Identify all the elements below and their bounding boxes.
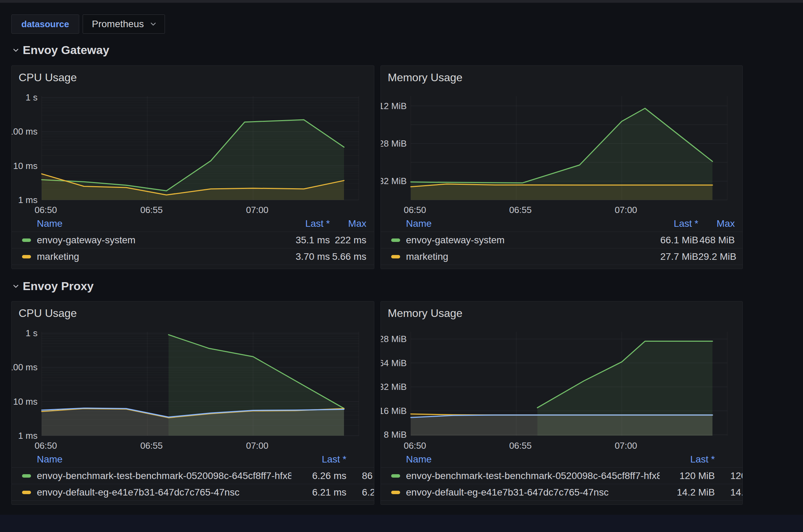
legend-header-max[interactable]: Max	[698, 218, 742, 229]
legend-header-last[interactable]: Last *	[291, 454, 346, 465]
legend-header-name[interactable]: Name	[12, 218, 275, 229]
svg-text:1 s: 1 s	[25, 328, 38, 338]
timeseries-chart[interactable]: 128 MiB64 MiB32 MiB16 MiB8 MiB06:5006:55…	[381, 301, 743, 453]
legend-last-value: 6.21 ms	[291, 487, 346, 498]
legend-row: envoy-default-eg-e41e7b31-647dc7c765-47n…	[381, 484, 743, 500]
svg-text:06:55: 06:55	[140, 440, 163, 451]
legend-series-name[interactable]: envoy-default-eg-e41e7b31-647dc7c765-47n…	[37, 487, 239, 498]
panel-memory-usage-envoy-proxy: Memory Usage 128 MiB64 MiB32 MiB16 MiB8 …	[380, 301, 743, 505]
row-title: Envoy Gateway	[23, 43, 109, 57]
svg-text:64 MiB: 64 MiB	[381, 358, 407, 368]
series-color-swatch	[391, 238, 400, 242]
svg-text:128 MiB: 128 MiB	[381, 138, 407, 149]
svg-text:1 ms: 1 ms	[18, 195, 38, 205]
row-header-envoy-gateway[interactable]: Envoy Gateway	[12, 43, 109, 57]
datasource-picker[interactable]: Prometheus	[83, 14, 165, 34]
legend-row: envoy-benchmark-test-benchmark-0520098c-…	[381, 468, 743, 484]
legend-series-name[interactable]: marketing	[406, 251, 448, 262]
legend-max-value: 468 MiB	[698, 235, 742, 246]
svg-text:06:55: 06:55	[509, 205, 532, 215]
svg-text:1 s: 1 s	[25, 92, 38, 103]
svg-text:06:50: 06:50	[404, 205, 426, 215]
legend-max-value: 5.66 ms	[330, 251, 374, 262]
svg-text:32 MiB: 32 MiB	[381, 176, 407, 186]
svg-text:06:50: 06:50	[404, 440, 426, 451]
legend-header: Name Last *	[12, 451, 374, 468]
legend-last-value: 66.1 MiB	[643, 235, 698, 246]
legend-row: envoy-benchmark-test-benchmark-0520098c-…	[12, 468, 374, 484]
series-color-swatch	[22, 255, 31, 258]
row-header-envoy-proxy[interactable]: Envoy Proxy	[12, 279, 94, 293]
legend-max-value: 6.3	[346, 503, 374, 505]
legend-row: envoy-gateway-system 35.1 ms 222 ms	[12, 232, 374, 248]
legend-header-name[interactable]: Name	[381, 218, 643, 229]
legend-row: envoy-gateway-system 66.1 MiB 468 MiB	[381, 232, 742, 248]
legend-last-value: 14.2 MiB	[660, 487, 715, 498]
legend-row: envoy-marketing-eg-297f0cac-b8cd97d76-f2…	[381, 500, 743, 505]
legend-header-last[interactable]: Last *	[275, 218, 330, 229]
legend-header-name[interactable]: Name	[12, 454, 291, 465]
svg-text:100 ms: 100 ms	[12, 126, 38, 137]
legend-max-value: 86	[346, 470, 374, 481]
svg-text:32 MiB: 32 MiB	[381, 382, 407, 392]
chevron-down-icon	[149, 20, 157, 28]
legend-header-last[interactable]: Last *	[660, 454, 715, 465]
svg-text:128 MiB: 128 MiB	[381, 334, 407, 344]
legend-header-name[interactable]: Name	[381, 454, 660, 465]
svg-text:07:00: 07:00	[615, 440, 637, 451]
svg-text:06:50: 06:50	[34, 205, 57, 215]
series-color-swatch	[391, 491, 400, 494]
legend-series-name[interactable]: marketing	[37, 251, 79, 262]
legend-max-value: 6.2	[346, 487, 374, 498]
timeseries-chart[interactable]: 512 MiB128 MiB32 MiB06:5006:5507:00	[381, 66, 743, 217]
legend-last-value: 3.70 ms	[275, 251, 330, 262]
legend-max-value: 14.2	[715, 503, 743, 505]
legend-max-value: 120	[715, 470, 743, 481]
legend-last-value: 35.1 ms	[275, 235, 330, 246]
grafana-dashboard: datasource Prometheus Envoy Gateway CPU …	[0, 0, 803, 532]
series-color-swatch	[22, 491, 31, 494]
svg-text:1 ms: 1 ms	[18, 430, 38, 441]
chevron-down-icon	[12, 47, 19, 54]
legend-row: marketing 3.70 ms 5.66 ms	[12, 248, 374, 265]
legend-series-name[interactable]: envoy-marketing-eg-297f0cac-b8cd97d76-f2…	[406, 503, 614, 505]
legend-max-value: 29.2 MiB	[698, 251, 742, 262]
legend-series-name[interactable]: envoy-marketing-eg-297f0cac-b8cd97d76-f2…	[37, 503, 245, 505]
legend-last-value: 14.2 MiB	[660, 503, 715, 505]
chevron-down-icon	[12, 283, 19, 290]
svg-text:07:00: 07:00	[615, 205, 637, 215]
legend-series-name[interactable]: envoy-benchmark-test-benchmark-0520098c-…	[37, 470, 291, 481]
series-color-swatch	[391, 255, 400, 258]
timeseries-chart[interactable]: 1 s100 ms10 ms1 ms06:5006:5507:00	[12, 301, 374, 453]
panel-cpu-usage-envoy-proxy: CPU Usage 1 s100 ms10 ms1 ms06:5006:5507…	[11, 301, 374, 505]
datasource-picker-value: Prometheus	[92, 19, 144, 30]
series-color-swatch	[22, 238, 31, 242]
legend-series-name[interactable]: envoy-gateway-system	[406, 235, 504, 246]
legend-header: Name Last * Max	[12, 216, 374, 232]
row-title: Envoy Proxy	[23, 279, 94, 293]
svg-text:10 ms: 10 ms	[13, 161, 38, 171]
legend-series-name[interactable]: envoy-default-eg-e41e7b31-647dc7c765-47n…	[406, 487, 608, 498]
timeseries-chart[interactable]: 1 s100 ms10 ms1 ms06:5006:5507:00	[12, 66, 374, 217]
legend-series-name[interactable]: envoy-gateway-system	[37, 235, 135, 246]
dashboard-variables-bar: datasource Prometheus	[11, 14, 165, 34]
legend-header-max[interactable]: Max	[330, 218, 374, 229]
legend-header: Name Last *	[381, 451, 743, 468]
legend-last-value: 5.84 ms	[291, 503, 346, 505]
panel-memory-usage-envoy-gateway: Memory Usage 512 MiB128 MiB32 MiB06:5006…	[380, 65, 743, 269]
legend-header: Name Last * Max	[381, 216, 742, 232]
svg-text:100 ms: 100 ms	[12, 362, 38, 372]
legend-row: marketing 27.7 MiB 29.2 MiB	[381, 248, 742, 265]
legend-max-value: 14.2	[715, 487, 743, 498]
legend-row: envoy-marketing-eg-297f0cac-b8cd97d76-f2…	[12, 500, 374, 505]
svg-text:06:50: 06:50	[34, 440, 57, 451]
legend: Name Last * envoy-benchmark-test-benchma…	[12, 451, 374, 505]
legend-header-last[interactable]: Last *	[643, 218, 698, 229]
svg-text:07:00: 07:00	[246, 440, 268, 451]
series-color-swatch	[391, 474, 400, 478]
legend: Name Last * Max envoy-gateway-system 35.…	[12, 216, 374, 265]
legend: Name Last * envoy-benchmark-test-benchma…	[381, 451, 743, 505]
window-top-edge	[0, 0, 803, 3]
series-color-swatch	[22, 474, 31, 478]
legend-series-name[interactable]: envoy-benchmark-test-benchmark-0520098c-…	[406, 470, 660, 481]
